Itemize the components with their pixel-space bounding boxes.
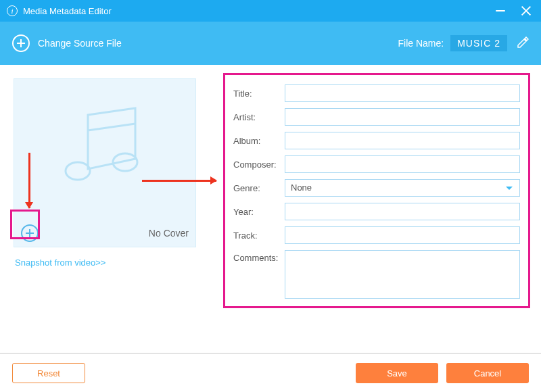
metadata-form: Title: Artist: Album: Composer: Genre: N… <box>223 73 530 308</box>
artist-input[interactable] <box>285 108 520 126</box>
file-name-input[interactable]: MUSIC 2 <box>450 35 507 51</box>
year-label: Year: <box>233 207 285 217</box>
reset-button[interactable]: Reset <box>12 363 85 383</box>
artist-label: Artist: <box>233 112 285 122</box>
track-input[interactable] <box>285 226 520 244</box>
title-input[interactable] <box>285 84 520 102</box>
close-button[interactable] <box>518 3 534 19</box>
cancel-button[interactable]: Cancel <box>446 363 529 383</box>
album-row: Album: <box>233 132 520 149</box>
cover-footer: No Cover <box>14 218 195 248</box>
cover-panel: No Cover <box>14 78 196 247</box>
comments-input[interactable] <box>285 250 520 299</box>
title-row: Title: <box>233 84 520 102</box>
annotation-arrow-down <box>28 153 30 208</box>
composer-label: Composer: <box>233 160 285 170</box>
svg-point-0 <box>66 162 90 180</box>
composer-input[interactable] <box>285 155 520 173</box>
title-label: Title: <box>233 89 285 99</box>
plus-icon[interactable] <box>12 34 30 52</box>
footer: Reset Save Cancel <box>0 353 541 392</box>
comments-row: Comments: <box>233 250 520 299</box>
genre-row: Genre: None <box>233 179 520 197</box>
info-icon: i <box>7 5 18 16</box>
album-label: Album: <box>233 136 285 146</box>
comments-label: Comments: <box>233 250 285 263</box>
music-note-icon <box>14 79 195 218</box>
minimize-button[interactable] <box>492 3 509 19</box>
annotation-arrow-right <box>142 180 216 182</box>
no-cover-label: No Cover <box>149 228 189 239</box>
album-input[interactable] <box>285 132 520 149</box>
genre-label: Genre: <box>233 183 285 193</box>
composer-row: Composer: <box>233 155 520 173</box>
main-area: No Cover Snapshot from video>> Title: Ar… <box>0 65 541 353</box>
snapshot-from-video-link[interactable]: Snapshot from video>> <box>15 258 105 268</box>
app-title: Media Metadata Editor <box>23 6 112 16</box>
artist-row: Artist: <box>233 108 520 126</box>
toolbar: Change Source File File Name: MUSIC 2 <box>0 22 541 65</box>
save-button[interactable]: Save <box>356 363 438 383</box>
change-source-button[interactable]: Change Source File <box>38 38 122 49</box>
genre-select[interactable]: None <box>285 179 520 197</box>
file-name-label: File Name: <box>398 38 444 49</box>
edit-filename-icon[interactable] <box>517 36 529 51</box>
year-row: Year: <box>233 203 520 220</box>
track-row: Track: <box>233 226 520 244</box>
year-input[interactable] <box>285 203 520 220</box>
title-bar: i Media Metadata Editor <box>0 0 541 22</box>
track-label: Track: <box>233 230 285 241</box>
add-cover-button[interactable] <box>21 224 39 242</box>
